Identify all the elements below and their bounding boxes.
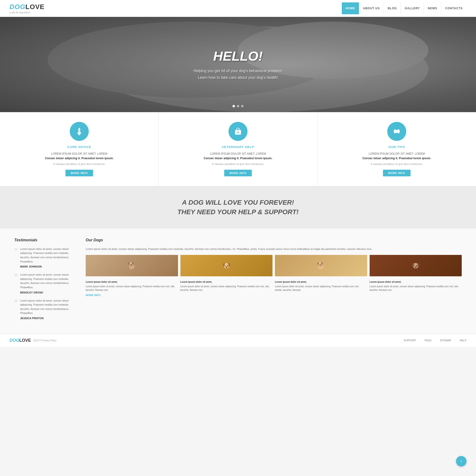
- dot-1[interactable]: [233, 105, 235, 107]
- nav-blog[interactable]: BLOG: [384, 2, 401, 14]
- card-title-care: CARE ADVICE: [67, 145, 91, 149]
- tagline-line1: A DOG WILL LOVE YOU FOREVER!: [10, 198, 466, 207]
- card-text-light-vet: S natoque penatibus et gnis dent monteic…: [212, 163, 264, 165]
- footer-logo-text: DOGLOVE: [10, 338, 31, 343]
- dog-thumb-3[interactable]: 🐕: [275, 255, 367, 276]
- nav: HOME ABOUT US BLOG GALLERY NEWS CONTACTS: [342, 2, 466, 14]
- logo: DOGLOVE a site for dog lovers: [10, 3, 45, 14]
- dog-desc-3: Lorem ipsum dolor sit amet, Lorem ipsum …: [275, 280, 367, 292]
- nav-about[interactable]: ABOUT US: [359, 2, 384, 14]
- more-info-button-tips[interactable]: MORE INFO: [383, 170, 410, 176]
- footer: DOGLOVE 2013 © Privacy Policy SUPPORT · …: [0, 334, 476, 347]
- dog-desc-1: Lorem ipsum dolor sit amet, Lorem ipsum …: [86, 280, 178, 292]
- more-info-button-vet[interactable]: MORE INFO: [224, 170, 252, 176]
- dog-gallery: 🐕 🐶 🐕 🐶: [86, 255, 462, 276]
- our-dogs-title: Our Dogs: [86, 238, 462, 242]
- card-title-vet: VETERINARY HELP: [222, 145, 254, 149]
- svg-point-5: [78, 134, 80, 136]
- dogs-intro: Lorem ipsum dolor sit amet, consec tetue…: [86, 247, 462, 251]
- logo-tagline: a site for dog lovers: [10, 11, 45, 14]
- testimonials-column: Testimonials " Lorem ipsum dolor sit ame…: [14, 238, 76, 324]
- testimonial-name-2: BRADLEY GROSH: [20, 291, 76, 294]
- testimonials-title: Testimonials: [14, 238, 76, 242]
- testimonial-body-1: Lorem ipsum dolor sit amet, consec tetue…: [20, 247, 76, 268]
- card-icon-care: [70, 122, 89, 141]
- logo-dog: DOG: [10, 3, 25, 11]
- footer-link-support[interactable]: SUPPORT: [403, 339, 416, 342]
- footer-sep-1: ·: [420, 339, 421, 342]
- dog-desc-label-1: Lorem ipsum dolor sit amet,: [86, 280, 178, 284]
- our-dogs-column: Our Dogs Lorem ipsum dolor sit amet, con…: [86, 238, 462, 324]
- dot-3[interactable]: [241, 105, 243, 107]
- testimonial-name-3: JESSICA PRISTON: [20, 317, 76, 320]
- card-text-light-care: S natoque penatibus et gnis dent monteic…: [53, 163, 105, 165]
- testimonial-body-3: Lorem ipsum dolor sit amet, consec tetue…: [20, 299, 76, 320]
- quote-mark-3: ": [14, 299, 18, 307]
- svg-rect-7: [80, 129, 81, 132]
- card-text-tips: LOREM IPSUM DOLOR SIT AMET, LOREM Consec…: [362, 152, 431, 161]
- hero-section: HELLO! Helping you get rid of your dog's…: [0, 17, 476, 112]
- svg-rect-3: [79, 128, 80, 132]
- logo-love: LOVE: [25, 3, 45, 11]
- card-icon-tips: [387, 122, 406, 141]
- dog-image-3: 🐕: [275, 255, 367, 276]
- dog-image-2: 🐶: [180, 255, 273, 276]
- logo-text: DOGLOVE: [10, 3, 45, 11]
- card-vet-help: VETERINARY HELP LOREM IPSUM DOLOR SIT AM…: [159, 112, 318, 186]
- dog-desc-label-3: Lorem ipsum dolor sit amet,: [275, 280, 367, 284]
- hero-subtitle-line2: Learn how to take care about your dog's …: [198, 75, 278, 80]
- dog-descriptions: Lorem ipsum dolor sit amet, Lorem ipsum …: [86, 280, 462, 292]
- quote-mark-1: ": [14, 247, 18, 255]
- card-text-light-tips: S natoque penatibus et gnis dent monteic…: [371, 163, 423, 165]
- more-info-link-dogs[interactable]: MORE INFO: [86, 294, 101, 297]
- more-info-button-care[interactable]: MORE INFO: [66, 170, 93, 176]
- dot-2[interactable]: [237, 105, 239, 107]
- dog-desc-4: Lorem ipsum dolor sit amet, Lorem ipsum …: [370, 280, 462, 292]
- brush-icon: [74, 127, 84, 136]
- testimonial-2: " Lorem ipsum dolor sit amet, consec tet…: [14, 273, 76, 294]
- dog-thumb-2[interactable]: 🐶: [180, 255, 273, 276]
- card-text-care: LOREM IPSUM DOLOR SIT AMET, LOREM Consec…: [45, 152, 114, 161]
- svg-point-11: [394, 130, 396, 132]
- dog-desc-label-2: Lorem ipsum dolor sit amet,: [180, 280, 273, 284]
- footer-sep-2: ·: [435, 339, 436, 342]
- testimonial-3: " Lorem ipsum dolor sit amet, consec tet…: [14, 299, 76, 320]
- footer-logo-love: LOVE: [19, 338, 31, 343]
- header: DOGLOVE a site for dog lovers HOME ABOUT…: [0, 0, 476, 17]
- nav-contacts[interactable]: CONTACTS: [441, 2, 466, 14]
- footer-copy: 2013 © Privacy Policy: [33, 339, 56, 342]
- testimonial-1: " Lorem ipsum dolor sit amet, consec tet…: [14, 247, 76, 268]
- nav-gallery[interactable]: GALLERY: [401, 2, 424, 14]
- testimonial-text-3: Lorem ipsum dolor sit amet, consec tetue…: [20, 299, 76, 315]
- hero-dots: [233, 105, 243, 107]
- svg-rect-6: [78, 129, 79, 132]
- footer-logo-dog: DOG: [10, 338, 19, 343]
- footer-sep-3: ·: [455, 339, 456, 342]
- quote-mark-2: ": [14, 273, 18, 281]
- dog-desc-2: Lorem ipsum dolor sit amet, Lorem ipsum …: [180, 280, 273, 292]
- footer-links: SUPPORT · FAQS · SITEMAP · HELP: [403, 339, 466, 342]
- bag-icon: [233, 127, 243, 136]
- tagline-section: A DOG WILL LOVE YOU FOREVER! THEY NEED Y…: [0, 186, 476, 228]
- testimonial-text-2: Lorem ipsum dolor sit amet, consec tetue…: [20, 273, 76, 289]
- testimonial-body-2: Lorem ipsum dolor sit amet, consec tetue…: [20, 273, 76, 294]
- dog-desc-label-4: Lorem ipsum dolor sit amet,: [370, 280, 462, 284]
- bone-icon: [392, 127, 402, 136]
- card-care-advice: CARE ADVICE LOREM IPSUM DOLOR SIT AMET, …: [0, 112, 159, 186]
- tagline-text: A DOG WILL LOVE YOU FOREVER! THEY NEED Y…: [10, 198, 466, 216]
- tagline-line2: THEY NEED YOUR HELP & SUPPORT!: [10, 207, 466, 217]
- svg-point-12: [398, 130, 400, 132]
- footer-link-faqs[interactable]: FAQS: [424, 339, 431, 342]
- testimonial-name-1: MARK JOHNSON: [20, 265, 76, 268]
- hero-subtitle: Helping you get rid of your dog's behavi…: [193, 68, 283, 81]
- nav-news[interactable]: NEWS: [424, 2, 441, 14]
- dog-thumb-1[interactable]: 🐕: [86, 255, 178, 276]
- card-icon-vet: [228, 122, 248, 141]
- footer-link-sitemap[interactable]: SITEMAP: [440, 339, 451, 342]
- nav-home[interactable]: HOME: [342, 2, 359, 14]
- card-title-tips: OUR TIPS: [389, 145, 405, 149]
- hero-title: HELLO!: [193, 48, 283, 64]
- footer-link-help[interactable]: HELP: [459, 339, 466, 342]
- dog-thumb-4[interactable]: 🐶: [370, 255, 462, 276]
- testimonial-text-1: Lorem ipsum dolor sit amet, consec tetue…: [20, 247, 76, 264]
